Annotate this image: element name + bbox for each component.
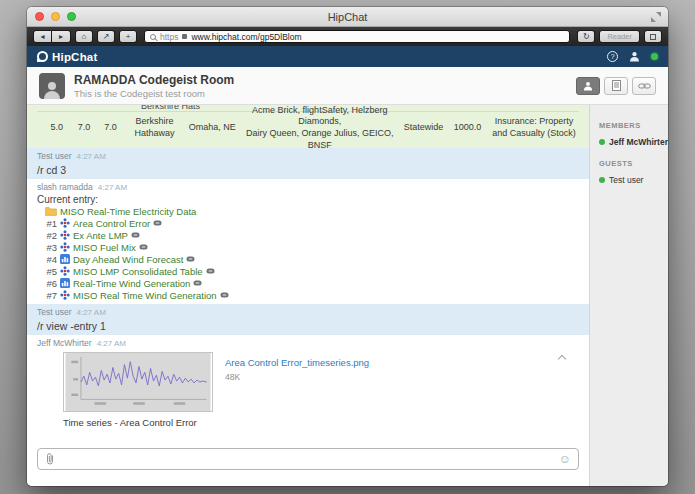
entry-item: #6 Real-Time Wind Generation — [45, 277, 579, 289]
entry-number: #4 — [45, 254, 57, 265]
message-author: Test user — [37, 151, 72, 161]
room-meta: RAMADDA Codegeist Room This is the Codeg… — [74, 73, 234, 99]
message-time: 4:27 AM — [98, 183, 127, 192]
entry-number: #5 — [45, 266, 57, 277]
entry-link[interactable]: MISO Real Time Wind Generation — [73, 290, 217, 301]
table-cell: Acme Brick, flightSafety, Helzberg Diamo… — [241, 105, 399, 151]
app-content: Berkshire Hats 5.0 7.0 7.0 Berkshire Hat… — [27, 105, 668, 486]
table-cell: Berkshire Hathaway — [125, 116, 184, 139]
link-icon[interactable] — [206, 268, 215, 274]
share-button[interactable]: ↗ — [97, 30, 115, 43]
file-link[interactable]: Area Control Error_timeseries.png — [225, 357, 369, 368]
entry-link[interactable]: Area Control Error — [73, 218, 150, 229]
presence-dot — [599, 177, 605, 183]
files-toggle-button[interactable] — [604, 77, 628, 95]
entry-item: #1 Area Control Error — [45, 217, 579, 229]
link-icon[interactable] — [139, 244, 148, 250]
member-item[interactable]: Jeff McWhirter — [599, 137, 668, 147]
address-bar[interactable]: https www.hipchat.com/gp5DlBlom — [144, 30, 570, 43]
fullscreen-icon[interactable] — [651, 12, 661, 22]
table-row: 5.0 7.0 7.0 Berkshire Hathaway Omaha, NE… — [37, 112, 579, 145]
message-author: slash ramadda — [37, 182, 93, 192]
window-title: HipChat — [27, 11, 668, 23]
top-sites-button[interactable]: ⌂ — [75, 30, 93, 43]
presence-dot — [651, 53, 658, 60]
right-sidebar: MEMBERS Jeff McWhirter GUESTS Test user — [589, 105, 668, 486]
room-header: RAMADDA Codegeist Room This is the Codeg… — [27, 67, 668, 105]
entry-link[interactable]: MISO Fuel Mix — [73, 242, 136, 253]
entry-link[interactable]: Real-Time Wind Generation — [73, 278, 190, 289]
forward-button[interactable]: ▸ — [52, 30, 71, 43]
table-cell: 1000.0 — [448, 122, 487, 134]
chat-panel: Berkshire Hats 5.0 7.0 7.0 Berkshire Hat… — [27, 105, 589, 486]
emoticon-icon[interactable]: ☺ — [559, 453, 571, 465]
chain-icon — [638, 82, 651, 90]
nav-buttons: ◂ ▸ — [33, 30, 71, 43]
chart-icon — [60, 278, 70, 288]
link-icon[interactable] — [131, 232, 140, 238]
url-scheme: https — [160, 32, 178, 42]
attachment-icon[interactable] — [45, 452, 55, 466]
link-icon[interactable] — [153, 220, 162, 226]
entry-number: #1 — [45, 218, 57, 229]
url-text: www.hipchat.com/gp5DlBlom — [191, 32, 301, 42]
chat-message-upload: Jeff McWhirter 4:27 AM — [27, 335, 589, 433]
tab-overview-icon — [650, 34, 656, 40]
link-icon[interactable] — [220, 292, 229, 298]
entry-item: #5 MISO LMP Consolidated Table — [45, 265, 579, 277]
help-icon[interactable]: ? — [607, 51, 618, 62]
entry-link[interactable]: MISO LMP Consolidated Table — [73, 266, 203, 277]
table-cell: Insurance: Property and Casualty (Stock) — [489, 116, 579, 139]
browser-toolbar: ◂ ▸ ⌂ ↗ + https www.hipchat.com/gp5DlBlo… — [27, 27, 668, 46]
message-meta: slash ramadda 4:27 AM — [37, 182, 579, 193]
hipchat-logo[interactable]: HipChat — [37, 51, 97, 63]
navbar-actions: ? — [607, 51, 658, 62]
collapse-icon[interactable] — [558, 355, 566, 363]
document-icon — [612, 80, 621, 91]
entry-link[interactable]: Ex Ante LMP — [73, 230, 128, 241]
desktop: HipChat ◂ ▸ ⌂ ↗ + https www.hipchat.com/… — [0, 0, 695, 494]
presence-dot — [599, 139, 605, 145]
message-time: 4:27 AM — [77, 308, 106, 317]
chat-spacer — [27, 433, 589, 444]
entry-number: #7 — [45, 290, 57, 301]
message-meta: Test user 4:27 AM — [37, 307, 579, 318]
message-meta: Jeff McWhirter 4:27 AM — [37, 338, 579, 349]
room-title: RAMADDA Codegeist Room — [74, 73, 234, 87]
link-icon[interactable] — [186, 256, 195, 262]
lock-icon — [182, 34, 187, 39]
user-icon[interactable] — [629, 51, 640, 62]
chart-thumbnail[interactable] — [63, 352, 213, 412]
chart-icon — [60, 254, 70, 264]
members-toggle-button[interactable] — [576, 77, 600, 95]
titlebar[interactable]: HipChat — [27, 7, 668, 27]
message-input[interactable] — [61, 450, 553, 468]
room-avatar — [39, 73, 65, 99]
table-cell: Omaha, NE — [186, 122, 239, 134]
message-composer: ☺ — [37, 448, 579, 470]
links-toggle-button[interactable] — [632, 77, 656, 95]
entry-item: #2 Ex Ante LMP — [45, 229, 579, 241]
entry-number: #3 — [45, 242, 57, 253]
back-button[interactable]: ◂ — [33, 30, 52, 43]
entry-link[interactable]: Day Ahead Wind Forecast — [73, 254, 183, 265]
browser-window: HipChat ◂ ▸ ⌂ ↗ + https www.hipchat.com/… — [27, 7, 668, 486]
entry-item: #4 Day Ahead Wind Forecast — [45, 253, 579, 265]
message-text: /r view -entry 1 — [37, 320, 579, 332]
point-data-icon — [60, 242, 70, 252]
reload-button[interactable]: ↻ — [577, 30, 595, 43]
panel-toggles — [576, 77, 656, 95]
point-data-icon — [60, 266, 70, 276]
message-author: Jeff McWhirter — [37, 338, 92, 348]
guest-item[interactable]: Test user — [599, 175, 668, 185]
folder-link[interactable]: MISO Real-Time Electricity Data — [60, 206, 196, 217]
room-subtitle: This is the Codegeist test room — [74, 88, 234, 99]
new-tab-button[interactable]: + — [119, 30, 137, 43]
message-time: 4:27 AM — [97, 339, 126, 348]
entry-item: #7 MISO Real Time Wind Generation — [45, 289, 579, 301]
reader-button[interactable]: Reader — [599, 30, 640, 43]
tab-overview-button[interactable] — [644, 30, 662, 43]
link-icon[interactable] — [193, 280, 202, 286]
table-cell: 5.0 — [43, 122, 70, 134]
chat-message-command: Test user 4:27 AM /r view -entry 1 — [27, 304, 589, 335]
